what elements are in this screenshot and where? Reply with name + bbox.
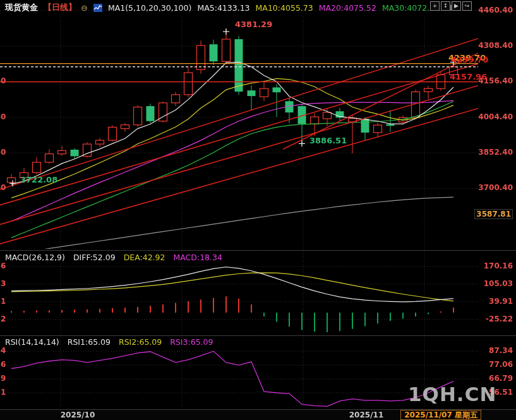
month-axis-label: 2025/10	[61, 411, 95, 419]
rsi3-value: RSI3:65.09	[170, 337, 213, 347]
indicator-icon[interactable]: ▶	[452, 1, 461, 11]
month-axis-label: 2025/11	[349, 411, 383, 419]
macd-pane-header: MACD(26,12,9) DIFF:52.09 DEA:42.92 MACD:…	[5, 253, 228, 262]
trading-chart-window: { "header": { "title": "现货黄金", "period":…	[0, 0, 516, 420]
macd-dea-value: DEA:42.92	[124, 253, 165, 262]
pan-icon[interactable]: +	[430, 1, 440, 11]
macd-params-label[interactable]: MACD(26,12,9)	[5, 253, 65, 262]
ma-settings-label[interactable]: MA1(5,10,20,30,100)	[108, 3, 191, 13]
symbol-title: 现货黄金	[5, 2, 38, 13]
ma-value-label: MA20:4075.52	[319, 3, 376, 13]
macd-value: MACD:18.34	[173, 253, 222, 262]
ma-value-label: MA10:4055.73	[256, 3, 313, 13]
y-axis-scale-icon[interactable]: ↕	[441, 1, 450, 11]
collapse-icon[interactable]: ⊖	[81, 3, 88, 13]
indicator-chart-icon[interactable]	[93, 4, 102, 12]
time-axis-bar[interactable]: 2025/102025/11 2025/11/07 星期五	[0, 409, 516, 420]
candlestick-chart-canvas[interactable]	[0, 0, 516, 420]
ma-value-label: MA5:4133.13	[197, 3, 249, 13]
macd-diff-value: DIFF:52.09	[73, 253, 116, 262]
rsi2-value: RSI2:65.09	[119, 337, 162, 347]
ma-values-group: MA5:4133.13MA10:4055.73MA20:4075.52MA30:…	[197, 3, 457, 13]
crosshair-date-label: 2025/11/07 星期五	[400, 410, 481, 420]
period-label[interactable]: 【日线】	[44, 2, 76, 13]
rsi-pane-header: RSI(14,14,14) RSI1:65.09 RSI2:65.09 RSI3…	[5, 337, 219, 347]
watermark: 1QH.CN	[408, 383, 496, 405]
detach-icon[interactable]: ↪	[462, 1, 472, 11]
chart-toolbar: +↕▶↪	[430, 1, 472, 11]
rsi-params-label[interactable]: RSI(14,14,14)	[5, 337, 59, 347]
rsi1-value: RSI1:65.09	[68, 337, 111, 347]
